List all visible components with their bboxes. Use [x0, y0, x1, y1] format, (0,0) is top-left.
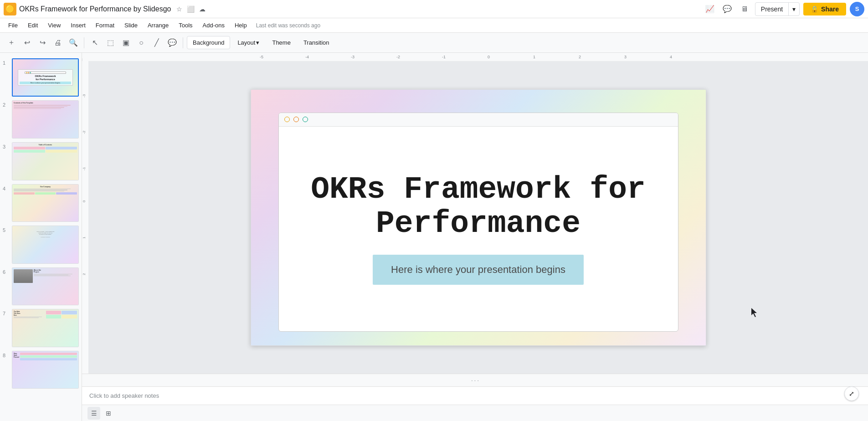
share-label: Share [821, 5, 839, 13]
slide-thumb-3: Table of Contents [12, 143, 78, 180]
add-button[interactable]: ＋ [5, 36, 18, 50]
trends-icon[interactable]: 📈 [703, 2, 717, 16]
cloud-icon[interactable]: ☁ [199, 5, 205, 13]
slide-thumb-wrapper-7: The SlideTitle GoesHere [12, 309, 79, 347]
slide-item-4[interactable]: 4 Our Company [0, 182, 82, 224]
slide-num-5: 5 [3, 227, 9, 233]
slide-num-3: 3 [3, 144, 9, 149]
svg-text:1: 1 [82, 236, 86, 239]
menu-help[interactable]: Help [230, 20, 252, 31]
editor-area: -5 -4 -3 -2 -1 0 1 2 3 4 -3 -2 -1 0 [82, 53, 868, 421]
last-edit-label: Last edit was seconds ago [256, 22, 320, 29]
browser-content[interactable]: OKRs Framework for Performance Here is w… [279, 127, 678, 331]
slide-item-7[interactable]: 7 The SlideTitle GoesHere [0, 307, 82, 349]
zoom-fit-button[interactable]: ⤢ [844, 386, 859, 401]
divider2 [183, 37, 183, 48]
slide-num-1: 1 [3, 60, 9, 66]
menu-view[interactable]: View [43, 20, 65, 31]
avatar[interactable]: S [850, 2, 864, 16]
svg-text:1: 1 [533, 55, 535, 59]
svg-rect-12 [82, 61, 88, 374]
browser-titlebar [279, 113, 678, 127]
background-button[interactable]: Background [187, 36, 230, 49]
menu-format[interactable]: Format [91, 20, 119, 31]
slideshow-icon[interactable]: 🖥 [738, 2, 751, 16]
svg-rect-0 [82, 53, 868, 61]
speaker-notes-placeholder[interactable]: Click to add speaker notes [89, 392, 159, 399]
svg-text:-2: -2 [396, 55, 400, 59]
menu-slide[interactable]: Slide [120, 20, 142, 31]
browser-dot-orange [293, 117, 299, 122]
main-area: 1 OKRs Frameworkfor Performance Here is … [0, 53, 868, 421]
svg-text:0: 0 [488, 55, 490, 59]
menu-insert[interactable]: Insert [66, 20, 90, 31]
svg-text:4: 4 [670, 55, 672, 59]
share-button[interactable]: 🔒 Share [803, 3, 846, 15]
ruler-horizontal: -5 -4 -3 -2 -1 0 1 2 3 4 [82, 53, 868, 61]
line-button[interactable]: ╱ [150, 36, 164, 50]
divider1 [84, 37, 84, 48]
slide-subtitle-box[interactable]: Here is where your presentation begins [373, 255, 584, 285]
textbox-button[interactable]: ⬚ [103, 36, 117, 50]
undo-button[interactable]: ↩ [20, 36, 34, 50]
svg-text:2: 2 [579, 55, 581, 59]
speaker-notes[interactable]: Click to add speaker notes [82, 386, 868, 405]
toolbar: ＋ ↩ ↪ 🖨 🔍 ↖ ⬚ ▣ ○ ╱ 💬 Background Layout … [0, 33, 868, 53]
slide-canvas[interactable]: OKRs Framework for Performance Here is w… [251, 89, 706, 346]
slide-thumb-wrapper-3: Table of Contents [12, 142, 79, 180]
theme-button[interactable]: Theme [267, 36, 296, 49]
slide-thumb-wrapper-2: Contents of this Template [12, 100, 79, 139]
redo-button[interactable]: ↪ [36, 36, 49, 50]
menu-bar: File Edit View Insert Format Slide Arran… [0, 18, 868, 33]
svg-text:0: 0 [82, 200, 86, 202]
slide-item-3[interactable]: 3 Table of Contents [0, 140, 82, 182]
layout-arrow-icon: ▾ [256, 39, 259, 46]
slide-item-1[interactable]: 1 OKRs Frameworkfor Performance Here is … [0, 56, 82, 98]
menu-addons[interactable]: Add-ons [198, 20, 229, 31]
transition-button[interactable]: Transition [298, 36, 335, 49]
slide-thumb-wrapper-1: OKRs Frameworkfor Performance Here is wh… [12, 58, 79, 97]
layout-label: Layout [237, 39, 255, 46]
svg-text:-2: -2 [82, 130, 86, 134]
present-arrow-icon[interactable]: ▾ [788, 3, 799, 15]
filmstrip-view-button[interactable]: ☰ [87, 407, 100, 420]
browser-dot-teal [303, 117, 308, 122]
slide-item-5[interactable]: 5 "This is a quote. A list of quotes tha… [0, 224, 82, 266]
topbar-actions: 📈 💬 🖥 Present ▾ 🔒 Share S [703, 2, 864, 16]
slide-thumb-7: The SlideTitle GoesHere [12, 309, 78, 347]
bottom-bar: · · · [82, 374, 868, 386]
zoom-button[interactable]: 🔍 [67, 36, 80, 50]
slide-thumb-8: Stop,Start,Proceed [12, 351, 78, 389]
browser-frame: OKRs Framework for Performance Here is w… [278, 113, 678, 332]
menu-edit[interactable]: Edit [23, 20, 42, 31]
slide-thumb-wrapper-8: Stop,Start,Proceed [12, 351, 79, 389]
canvas-wrapper[interactable]: OKRs Framework for Performance Here is w… [88, 61, 868, 374]
slide-item-6[interactable]: 6 About theProject [0, 266, 82, 308]
print-button[interactable]: 🖨 [51, 36, 65, 50]
slide-item-2[interactable]: 2 Contents of this Template [0, 98, 82, 140]
slide-thumb-wrapper-6: About theProject [12, 267, 79, 306]
menu-tools[interactable]: Tools [174, 20, 197, 31]
star-icon[interactable]: ☆ [176, 5, 182, 13]
cursor-button[interactable]: ↖ [88, 36, 102, 50]
slide-item-8[interactable]: 8 Stop,Start,Proceed [0, 349, 82, 391]
document-title: OKRs Framework for Performance by Slides… [19, 5, 171, 13]
comment-tool-button[interactable]: 💬 [165, 36, 179, 50]
layout-button[interactable]: Layout ▾ [232, 36, 265, 49]
image-button[interactable]: ▣ [119, 36, 133, 50]
app-icon: 🟡 [4, 3, 16, 15]
slide-num-2: 2 [3, 102, 9, 108]
slide-num-6: 6 [3, 269, 9, 275]
save-icon[interactable]: ⬜ [187, 5, 195, 13]
slide-main-title[interactable]: OKRs Framework for Performance [288, 173, 669, 241]
menu-arrange[interactable]: Arrange [143, 20, 173, 31]
comment-icon[interactable]: 💬 [720, 2, 734, 16]
menu-file[interactable]: File [4, 20, 22, 31]
present-button[interactable]: Present ▾ [755, 2, 800, 16]
view-bottombar: ☰ ⊞ [82, 405, 868, 421]
grid-view-button[interactable]: ⊞ [102, 407, 115, 420]
shape-button[interactable]: ○ [134, 36, 148, 50]
slide-num-4: 4 [3, 186, 9, 191]
present-label[interactable]: Present [755, 3, 788, 15]
lock-icon: 🔒 [811, 5, 818, 13]
